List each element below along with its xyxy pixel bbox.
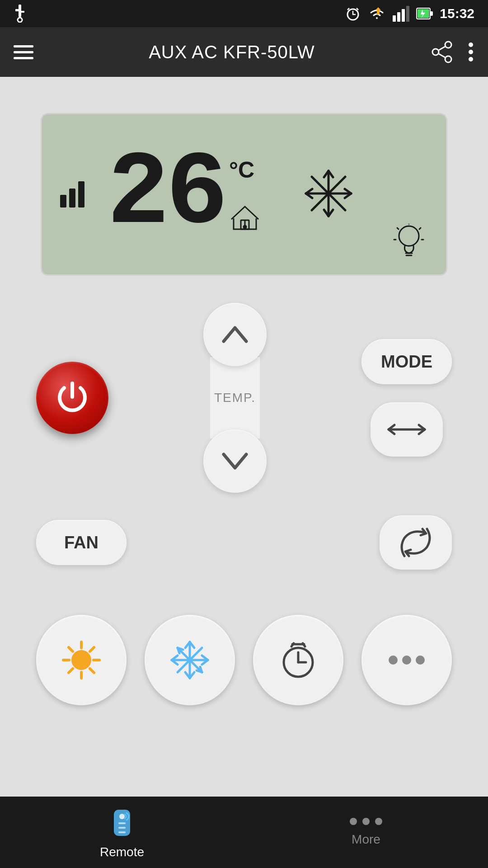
svg-point-83 bbox=[416, 656, 425, 665]
svg-rect-15 bbox=[430, 11, 433, 16]
svg-point-81 bbox=[389, 656, 398, 665]
time-display: 15:32 bbox=[440, 6, 474, 21]
svg-rect-3 bbox=[21, 11, 24, 13]
timer-button[interactable] bbox=[253, 615, 343, 705]
top-bar-icons bbox=[430, 40, 474, 64]
svg-point-19 bbox=[432, 49, 439, 55]
lcd-display: 26 °C bbox=[41, 113, 447, 276]
top-app-bar: AUX AC KFR-50LW bbox=[0, 27, 488, 77]
alarm-icon bbox=[345, 5, 361, 22]
svg-line-56 bbox=[90, 669, 94, 673]
svg-rect-12 bbox=[402, 9, 405, 22]
fan-button[interactable]: FAN bbox=[36, 520, 127, 565]
mode-icons-row bbox=[0, 597, 488, 723]
share-icon[interactable] bbox=[430, 40, 454, 64]
nav-item-remote[interactable]: Remote bbox=[0, 797, 244, 868]
svg-line-7 bbox=[347, 8, 349, 10]
controls-area: TEMP. MODE FAN bbox=[0, 276, 488, 588]
signal-icon bbox=[393, 5, 410, 22]
more-nav-label: More bbox=[352, 832, 380, 847]
horizontal-swing-button[interactable] bbox=[371, 402, 443, 457]
svg-rect-2 bbox=[15, 9, 19, 11]
lcd-snowflake-icon bbox=[301, 166, 356, 222]
temp-label-area: TEMP. bbox=[210, 357, 260, 439]
svg-point-29 bbox=[244, 226, 246, 228]
controls-row-1: TEMP. MODE bbox=[36, 303, 452, 493]
svg-line-45 bbox=[419, 228, 421, 229]
mode-button[interactable]: MODE bbox=[361, 339, 452, 384]
temp-down-button[interactable] bbox=[203, 429, 267, 493]
svg-line-21 bbox=[439, 47, 445, 50]
svg-line-55 bbox=[69, 647, 73, 651]
svg-point-25 bbox=[469, 57, 473, 61]
temp-up-button[interactable] bbox=[203, 303, 267, 366]
status-bar: 15:32 bbox=[0, 0, 488, 27]
svg-rect-11 bbox=[397, 12, 400, 22]
svg-point-50 bbox=[71, 650, 91, 670]
vertical-swing-button[interactable] bbox=[380, 515, 452, 570]
nav-item-more[interactable]: More bbox=[244, 797, 488, 868]
temperature-value: 26 bbox=[107, 148, 225, 241]
svg-point-23 bbox=[469, 42, 473, 47]
wifi-icon bbox=[367, 5, 386, 22]
remote-nav-label: Remote bbox=[100, 845, 144, 859]
more-nav-dots bbox=[350, 818, 382, 825]
app-title: AUX AC KFR-50LW bbox=[149, 42, 315, 62]
bottom-nav: Remote More bbox=[0, 797, 488, 868]
lcd-light-icon bbox=[392, 224, 426, 262]
cool-mode-button[interactable] bbox=[145, 615, 235, 705]
usb-icon bbox=[14, 5, 26, 23]
hamburger-menu[interactable] bbox=[14, 45, 33, 59]
svg-point-1 bbox=[18, 18, 22, 22]
right-controls: MODE bbox=[361, 339, 452, 457]
remote-nav-icon bbox=[108, 805, 136, 841]
lcd-signal-bars bbox=[60, 181, 84, 208]
svg-rect-13 bbox=[406, 6, 409, 22]
battery-icon bbox=[416, 5, 433, 22]
svg-point-85 bbox=[119, 814, 125, 819]
house-temp-icon bbox=[229, 201, 261, 235]
svg-line-48 bbox=[397, 228, 399, 229]
svg-line-57 bbox=[90, 647, 94, 651]
svg-rect-10 bbox=[393, 15, 396, 22]
svg-point-82 bbox=[402, 656, 411, 665]
svg-point-18 bbox=[445, 42, 451, 48]
svg-line-8 bbox=[357, 8, 358, 10]
temp-unit: °C bbox=[229, 157, 261, 183]
svg-line-58 bbox=[69, 669, 73, 673]
svg-rect-87 bbox=[118, 827, 126, 829]
svg-rect-88 bbox=[118, 831, 126, 833]
temp-control: TEMP. bbox=[203, 303, 267, 493]
power-button[interactable] bbox=[36, 362, 108, 434]
more-vertical-icon[interactable] bbox=[467, 40, 474, 64]
svg-point-24 bbox=[469, 50, 473, 54]
controls-row-2: FAN bbox=[36, 515, 452, 570]
svg-line-22 bbox=[439, 54, 445, 57]
svg-rect-86 bbox=[118, 822, 126, 824]
more-button[interactable] bbox=[361, 615, 452, 705]
svg-point-20 bbox=[445, 56, 451, 62]
heat-mode-button[interactable] bbox=[36, 615, 127, 705]
temp-label: TEMP. bbox=[214, 391, 256, 405]
